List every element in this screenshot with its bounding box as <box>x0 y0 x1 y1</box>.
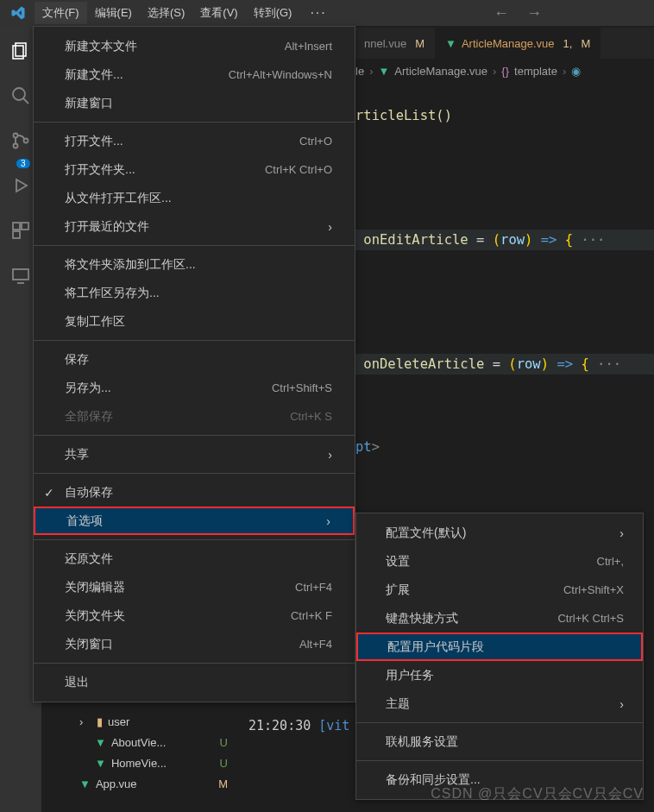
menu-close-window[interactable]: 关闭窗口Alt+F4 <box>34 630 355 658</box>
menu-close-folder[interactable]: 关闭文件夹Ctrl+K F <box>34 601 355 630</box>
chevron-right-icon: › <box>79 715 91 728</box>
menu-separator <box>34 340 355 341</box>
submenu-theme[interactable]: 主题› <box>356 689 643 718</box>
submenu-tasks[interactable]: 用户任务 <box>356 661 643 689</box>
menu-select[interactable]: 选择(S) <box>140 2 192 24</box>
explorer-icon[interactable] <box>9 40 32 62</box>
terminal-output: 21:20:30 [vit <box>248 718 349 733</box>
menu-revert[interactable]: 还原文件 <box>34 544 355 573</box>
vue-icon: ▼ <box>95 757 106 770</box>
explorer-tree[interactable]: ›▮user ▼AboutVie...U ▼HomeVie...U ▼App.v… <box>41 711 236 794</box>
menu-separator <box>34 539 355 540</box>
menu-open-recent[interactable]: 打开最近的文件› <box>34 212 355 241</box>
scm-badge: 3 <box>16 159 30 168</box>
submenu-online[interactable]: 联机服务设置 <box>356 727 643 756</box>
submenu-settings[interactable]: 设置Ctrl+, <box>356 547 643 576</box>
svg-rect-9 <box>22 223 28 230</box>
menu-new-text-file[interactable]: 新建文本文件Alt+Insert <box>34 32 355 60</box>
menu-save[interactable]: 保存 <box>34 345 355 374</box>
menu-new-file[interactable]: 新建文件...Ctrl+Alt+Windows+N <box>34 60 355 89</box>
menu-separator <box>34 122 355 123</box>
menu-share[interactable]: 共享› <box>34 440 355 469</box>
menu-exit[interactable]: 退出 <box>34 668 355 696</box>
tree-folder-user[interactable]: ›▮user <box>41 711 236 732</box>
debug-icon[interactable] <box>9 174 32 197</box>
svg-rect-8 <box>13 223 20 230</box>
menu-save-ws-as[interactable]: 将工作区另存为... <box>34 279 355 307</box>
menu-save-all: 全部保存Ctrl+K S <box>34 402 355 431</box>
submenu-extensions[interactable]: 扩展Ctrl+Shift+X <box>356 576 643 604</box>
menu-separator <box>34 473 355 474</box>
menu-separator <box>34 663 355 664</box>
folder-icon: ▮ <box>97 715 103 728</box>
menubar: 文件(F) 编辑(E) 选择(S) 查看(V) 转到(G) ··· ← → <box>0 0 654 26</box>
file-menu-dropdown: 新建文本文件Alt+Insert 新建文件...Ctrl+Alt+Windows… <box>33 26 355 702</box>
svg-line-3 <box>23 98 28 104</box>
vue-icon: ▼ <box>95 736 106 749</box>
menu-open-workspace[interactable]: 从文件打开工作区... <box>34 184 355 212</box>
menu-file[interactable]: 文件(F) <box>35 2 87 24</box>
submenu-profile[interactable]: 配置文件(默认)› <box>356 519 643 547</box>
breadcrumbs[interactable]: le› ▼ ArticleManage.vue› {} template› ◉ <box>355 59 654 83</box>
submenu-snippets[interactable]: 配置用户代码片段 <box>356 633 643 661</box>
tab-active[interactable]: ▼ ArticleManage.vue 1, M <box>435 28 601 59</box>
tree-file-home[interactable]: ▼HomeVie...U <box>41 752 236 773</box>
submenu-keybindings[interactable]: 键盘快捷方式Ctrl+K Ctrl+S <box>356 604 643 633</box>
menu-edit[interactable]: 编辑(E) <box>87 2 140 24</box>
check-icon: ✓ <box>44 486 54 500</box>
svg-point-5 <box>14 144 18 148</box>
remote-icon[interactable] <box>9 264 32 286</box>
nav-forward-icon[interactable]: → <box>526 4 542 22</box>
vue-icon: ▼ <box>445 37 456 50</box>
menu-view[interactable]: 查看(V) <box>192 2 245 24</box>
tree-file-about[interactable]: ▼AboutVie...U <box>41 732 236 752</box>
svg-marker-7 <box>16 179 27 192</box>
search-icon[interactable] <box>9 85 32 107</box>
watermark: CSDN @只会CV只会CV只会CV <box>431 785 644 803</box>
scm-icon[interactable] <box>9 129 32 152</box>
menu-separator <box>34 245 355 246</box>
svg-point-4 <box>14 134 18 138</box>
menu-open-folder[interactable]: 打开文件夹...Ctrl+K Ctrl+O <box>34 155 355 184</box>
svg-rect-11 <box>13 269 28 280</box>
menu-separator <box>356 760 643 761</box>
element-icon: ◉ <box>571 65 581 78</box>
svg-rect-10 <box>13 231 20 238</box>
menu-separator <box>34 435 355 436</box>
tree-file-app[interactable]: ▼App.vueM <box>41 773 236 794</box>
menu-save-as[interactable]: 另存为...Ctrl+Shift+S <box>34 374 355 402</box>
nav-arrows: ← → <box>494 4 654 22</box>
extensions-icon[interactable] <box>9 219 32 242</box>
menu-open-file[interactable]: 打开文件...Ctrl+O <box>34 127 355 155</box>
menu-overflow[interactable]: ··· <box>299 2 336 24</box>
nav-back-icon[interactable]: ← <box>494 4 509 22</box>
svg-point-2 <box>13 88 25 100</box>
menu-duplicate-ws[interactable]: 复制工作区 <box>34 307 355 336</box>
vue-icon: ▼ <box>378 65 389 78</box>
menu-new-window[interactable]: 新建窗口 <box>34 89 355 117</box>
preferences-submenu: 配置文件(默认)› 设置Ctrl+, 扩展Ctrl+Shift+X 键盘快捷方式… <box>355 513 644 800</box>
tab-inactive[interactable]: nnel.vue M <box>354 28 435 59</box>
menu-preferences[interactable]: 首选项› <box>34 507 355 535</box>
vscode-logo-icon <box>7 5 29 21</box>
menu-go[interactable]: 转到(G) <box>246 2 300 24</box>
menu-auto-save[interactable]: ✓自动保存 <box>34 478 355 507</box>
vue-icon: ▼ <box>79 777 91 790</box>
menu-close-editor[interactable]: 关闭编辑器Ctrl+F4 <box>34 573 355 601</box>
menu-add-folder-ws[interactable]: 将文件夹添加到工作区... <box>34 250 355 279</box>
editor-tabs: nnel.vue M ▼ ArticleManage.vue 1, M <box>354 28 654 59</box>
menu-separator <box>356 722 643 723</box>
